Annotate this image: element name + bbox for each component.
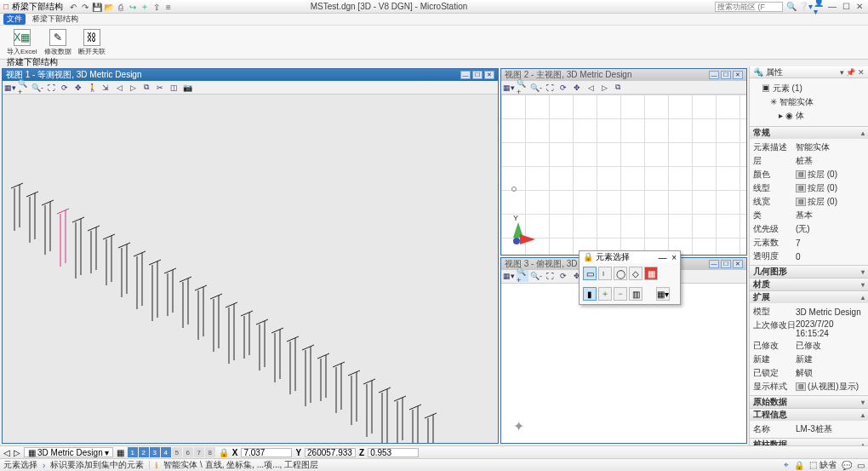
qat-redo-icon[interactable]: ↷ [80, 2, 90, 12]
view-max-button[interactable]: ☐ [472, 71, 483, 79]
prop-row[interactable]: 已锁定解锁 [753, 366, 865, 380]
mode-new-tool[interactable]: ▮ [583, 287, 597, 301]
zoom-out-icon[interactable]: 🔍- [31, 82, 43, 94]
display-icon[interactable]: ◫ [168, 82, 180, 94]
qat-arrow-icon[interactable]: ↪ [128, 2, 138, 12]
select-color-tool[interactable]: ▦ [644, 267, 658, 280]
prop-row[interactable]: 模型3D Metric Design [753, 305, 865, 319]
coord-y[interactable] [305, 448, 356, 457]
mode-sub-tool[interactable]: － [614, 287, 627, 301]
user-icon[interactable]: 👤▾ [814, 2, 824, 12]
page-4[interactable]: 4 [161, 447, 171, 457]
pan-icon[interactable]: ✥ [72, 82, 84, 94]
select-lasso-tool[interactable]: ◯ [614, 267, 627, 280]
qat-open-icon[interactable]: 📂 [104, 2, 114, 12]
coord-x[interactable] [241, 448, 292, 457]
element-select-toolbox[interactable]: 🔒 元素选择 — × ▭ ⃓ ◯ ◇ ▦ ▮ ＋ － ▥ ▦▾ [579, 250, 681, 305]
lock-icon[interactable]: 🔒 [219, 448, 229, 457]
prop-row[interactable]: 透明度0 [753, 250, 865, 263]
prop-row[interactable]: 上次修改日2023/7/20 16:15:24 [753, 319, 865, 339]
select-rect-tool[interactable]: ▭ [583, 267, 597, 280]
locks-icon[interactable]: 🔒 [794, 461, 804, 470]
panel-pin-icon[interactable]: ▾ 📌 ✕ [840, 68, 865, 77]
nav-fwd-icon[interactable]: ▷ [14, 448, 20, 457]
clip-icon[interactable]: ✂ [154, 82, 166, 94]
ribbon-edit-data[interactable]: ✎ 修改数据 [44, 29, 71, 56]
view-2-canvas[interactable]: Y [501, 95, 746, 255]
tab-bridge[interactable]: 桥梁下部结构 [29, 14, 82, 25]
qat-save-icon[interactable]: 💾 [92, 2, 102, 12]
nav-icon[interactable]: ⇲ [100, 82, 111, 94]
view-2-titlebar[interactable]: 视图 2 - 主视图, 3D Metric Design —☐✕ [501, 69, 746, 81]
prop-row[interactable]: 新建新建 [753, 353, 865, 366]
prop-row[interactable]: 元素描述智能实体 [753, 141, 865, 154]
qat-plus-icon[interactable]: ＋ [140, 2, 150, 12]
coord-z[interactable] [368, 448, 419, 457]
qat-print-icon[interactable]: ⎙ [116, 2, 126, 12]
nav-back-icon[interactable]: ◁ [3, 448, 10, 457]
page-1[interactable]: 1 [128, 447, 138, 457]
messages-icon[interactable]: 💬 [842, 461, 852, 470]
search-icon[interactable]: 🔍 [786, 2, 797, 12]
section-pier[interactable]: 桩柱数据▴ [750, 439, 868, 445]
prop-row[interactable]: 已修改已修改 [753, 339, 865, 353]
grid-icon[interactable]: ▦ [117, 448, 124, 457]
zoom-in-icon[interactable]: 🔍+ [18, 82, 30, 94]
qat-more-icon[interactable]: ≡ [163, 2, 174, 12]
help-icon[interactable]: ❔▾ [800, 2, 810, 12]
page-7[interactable]: 7 [194, 447, 204, 457]
prop-row[interactable]: 名称LM-3桩基 [753, 422, 865, 436]
close-button[interactable]: ✕ [854, 2, 865, 12]
prop-row[interactable]: 优先级(无) [753, 222, 865, 236]
ribbon-import-excel[interactable]: X▦ 导入Excel [7, 29, 37, 56]
tab-file[interactable]: 文件 [3, 14, 26, 25]
model-selector[interactable]: ▦ 3D Metric Design ▾ [24, 447, 113, 457]
section-proj[interactable]: 工程信息▴ [750, 409, 868, 421]
view-next-icon[interactable]: ▷ [127, 82, 139, 94]
view-tool-icon[interactable]: ▦▾ [4, 82, 16, 94]
ribbon-break-link[interactable]: ⛓ 断开关联 [78, 29, 106, 56]
maximize-button[interactable]: ☐ [841, 2, 851, 12]
view-1-canvas[interactable] [3, 95, 498, 443]
prop-row[interactable]: 线宽▨按层 (0) [753, 195, 865, 209]
copy-view-icon[interactable]: ⧉ [140, 82, 152, 94]
running-icon[interactable]: ▭ [857, 461, 865, 470]
minimize-button[interactable]: — [827, 2, 837, 12]
section-geometry[interactable]: 几何图形▾ [750, 266, 868, 278]
prop-row[interactable]: 线型▨按层 (0) [753, 181, 865, 195]
view-min-button[interactable]: — [460, 71, 471, 79]
fit-icon[interactable]: ⛶ [45, 82, 57, 94]
view-3-canvas[interactable]: ✦ [501, 284, 746, 444]
section-material[interactable]: 材质▾ [750, 279, 868, 290]
properties-header[interactable]: 🔩 属性 ▾ 📌 ✕ [750, 66, 868, 78]
mode-add-tool[interactable]: ＋ [598, 287, 612, 301]
qat-export-icon[interactable]: ⇪ [151, 2, 162, 12]
view-prev-icon[interactable]: ◁ [113, 82, 125, 94]
prop-row[interactable]: 元素数7 [753, 236, 865, 250]
prop-row[interactable]: 颜色▨按层 (0) [753, 168, 865, 181]
rotate-icon[interactable]: ⟳ [59, 82, 71, 94]
prop-row[interactable]: 显示样式▨(从视图)显示) [753, 380, 865, 393]
snap-icon[interactable]: ⌖ [784, 460, 789, 470]
page-2[interactable]: 2 [139, 447, 149, 457]
page-6[interactable]: 6 [183, 447, 193, 457]
view-1-titlebar[interactable]: 视图 1 - 等测视图, 3D Metric Design — ☐ ✕ [3, 69, 498, 81]
camera-icon[interactable]: 📷 [181, 82, 193, 94]
section-general[interactable]: 常规▴ [750, 127, 868, 139]
page-5[interactable]: 5 [172, 447, 182, 457]
section-extend[interactable]: 扩展▴ [750, 291, 868, 303]
mode-options-tool[interactable]: ▦▾ [656, 287, 670, 301]
walk-icon[interactable]: 🚶 [86, 82, 98, 94]
prop-row[interactable]: 类基本 [753, 209, 865, 222]
select-line-tool[interactable]: ⃓ [598, 267, 612, 280]
page-3[interactable]: 3 [150, 447, 160, 457]
view-close-button[interactable]: ✕ [484, 71, 494, 79]
section-eng[interactable]: 原始数据▾ [750, 396, 868, 408]
element-tree[interactable]: ▣ 元素 (1) ✳ 智能实体 ▸ ◉ 体 [750, 78, 868, 126]
page-8[interactable]: 8 [205, 447, 215, 457]
select-poly-tool[interactable]: ◇ [629, 267, 642, 280]
mode-filter-tool[interactable]: ▥ [629, 287, 642, 301]
qat-undo-icon[interactable]: ↶ [68, 2, 78, 12]
ribbon-search[interactable] [715, 2, 783, 12]
level-icon[interactable]: ⬚ 缺省 [809, 459, 837, 471]
